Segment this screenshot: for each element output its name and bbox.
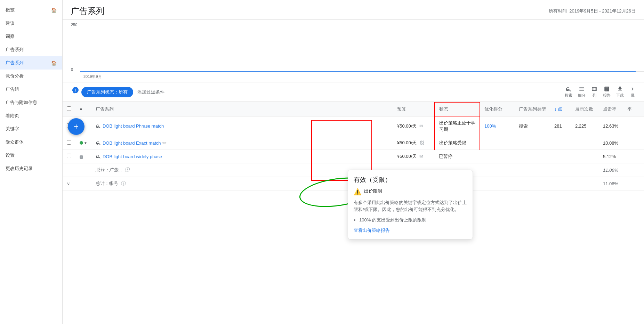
sidebar-item-adgroups[interactable]: 广告组: [0, 83, 62, 96]
sidebar-item-history[interactable]: 更改历史记录: [0, 162, 62, 175]
row3-campaign-cell: DOB light board widely phase: [91, 150, 393, 163]
row3-campaign-link[interactable]: DOB light board widely phase: [103, 154, 162, 159]
col-header-checkbox: [63, 102, 75, 116]
row1-type: 搜索: [519, 123, 528, 129]
row2-ctr-cell: 10.08%: [599, 136, 623, 150]
row2-checkbox[interactable]: [67, 140, 71, 145]
row1-state: 出价策略正处于学习期: [439, 120, 475, 132]
table-row: ▼ DOB light board Exact match ✏ ¥50.00/天…: [63, 136, 644, 150]
row1-campaign-link[interactable]: DOB light board Phrase match: [103, 123, 164, 129]
row2-state-cell: 出价策略受限: [435, 136, 480, 150]
magnify-icon: [96, 123, 101, 129]
popup-list: 100% 的支出受到出价上限的限制: [359, 217, 467, 223]
account-expand: ∨: [63, 177, 75, 191]
row3-checkbox[interactable]: [67, 154, 71, 158]
sidebar-item-landing[interactable]: 着陆页: [0, 109, 62, 122]
row1-campaign-cell: DOB light board Phrase match: [91, 116, 393, 136]
sidebar-item-label: 概览: [6, 7, 15, 13]
chart-y-zero: 0: [71, 67, 73, 72]
row1-avg-cell: [623, 116, 644, 136]
row2-campaign-wrapper: DOB light board Exact match ✏: [96, 140, 389, 146]
row2-campaign-link[interactable]: DOB light board Exact match: [103, 140, 161, 146]
home-icon-active: 🏠: [51, 60, 57, 66]
segment-toolbar-button[interactable]: 细分: [578, 86, 586, 98]
row1-state-cell: 出价策略正处于学习期: [435, 116, 480, 136]
total-info-icon[interactable]: ⓘ: [124, 167, 129, 172]
report-toolbar-button[interactable]: 报告: [603, 86, 611, 98]
row3-clicks-cell: [550, 150, 571, 163]
sidebar-item-auction[interactable]: 竞价分析: [0, 70, 62, 83]
popup-title: 有效（受限）: [354, 176, 467, 184]
sidebar-item-label: 更改历史记录: [6, 165, 33, 172]
row1-impressions: 2,225: [575, 123, 587, 129]
row3-status-dot: ⏸: [80, 155, 83, 159]
row3-budget: ¥50.00/天: [397, 154, 417, 159]
sidebar-item-insights[interactable]: 词察: [0, 30, 62, 43]
sidebar-item-label: 广告系列: [6, 60, 24, 66]
row1-ctr-cell: 12.63%: [599, 116, 623, 136]
status-filter-button[interactable]: 广告系列状态：所有: [81, 87, 133, 97]
search-label: 搜索: [565, 93, 572, 98]
account-score: [480, 177, 515, 191]
select-all-checkbox[interactable]: [67, 106, 71, 111]
col-header-score[interactable]: 优化得分: [480, 102, 515, 116]
col-header-impressions[interactable]: 展示次数: [571, 102, 599, 116]
col-header-avg[interactable]: 平: [623, 102, 644, 116]
sidebar-item-keywords[interactable]: 关键字: [0, 122, 62, 136]
row2-campaign-cell: DOB light board Exact match ✏: [91, 136, 393, 150]
col-header-ctr[interactable]: 点击率: [599, 102, 623, 116]
row3-campaign-wrapper: DOB light board widely phase: [96, 154, 389, 159]
popup-description: 有多个采用此出价策略的关键字或定位方式达到了出价上限和/或下限。因此，您的出价可…: [354, 199, 467, 213]
sidebar-item-ads[interactable]: 广告与附加信息: [0, 96, 62, 109]
row3-budget-icon: ✉: [419, 154, 423, 159]
download-label: 下载: [616, 93, 624, 98]
columns-label: 列: [593, 93, 596, 98]
header-top: 广告系列 所有时间 2019年9月5日 - 2021年12月26日: [71, 6, 636, 17]
tooltip-popup: 有效（受限） ⚠️ 出价限制 有多个采用此出价策略的关键字或定位方式达到了出价上…: [348, 170, 473, 240]
sidebar-item-campaigns-parent[interactable]: 广告系列: [0, 43, 62, 56]
row3-ctr-cell: 5.12%: [599, 150, 623, 163]
row2-score-cell: [480, 136, 515, 150]
sidebar-item-label: 广告系列: [6, 47, 24, 53]
toolbar-right: 搜索 细分 列 报告 下载 属: [565, 86, 636, 98]
sidebar-item-settings[interactable]: 设置: [0, 149, 62, 162]
row3-impressions-cell: [571, 150, 599, 163]
row2-budget-cell: ¥50.00/天 🖼: [393, 136, 435, 150]
col-header-type[interactable]: 广告系列类型: [515, 102, 550, 116]
chart-y-max: 250: [71, 23, 77, 27]
col-header-budget[interactable]: 预算: [393, 102, 435, 116]
popup-warning: ⚠️ 出价限制: [354, 188, 467, 196]
row2-edit-icon[interactable]: ✏: [162, 140, 167, 146]
search-toolbar-button[interactable]: 搜索: [565, 86, 572, 98]
row2-status-chevron[interactable]: ▼: [84, 141, 87, 145]
table-header-row: ● 广告系列 预算 状态 优化得分 广告系列类型 ↓ 点 展示次数 点击率 平: [63, 102, 644, 116]
main-content: 广告系列 所有时间 2019年9月5日 - 2021年12月26日 250 0 …: [63, 0, 644, 324]
row1-campaign-wrapper: DOB light board Phrase match: [96, 123, 389, 129]
popup-link[interactable]: 查看出价策略报告: [354, 228, 390, 233]
account-avg: [623, 177, 644, 191]
popup-list-item: 100% 的支出受到出价上限的限制: [359, 217, 467, 223]
row1-score: 100%: [484, 123, 496, 129]
sidebar-item-audiences[interactable]: 受众群体: [0, 136, 62, 149]
col-header-campaign[interactable]: 广告系列: [91, 102, 393, 116]
download-toolbar-button[interactable]: 下载: [616, 86, 624, 98]
columns-toolbar-button[interactable]: 列: [591, 86, 597, 98]
col-header-state[interactable]: 状态: [435, 102, 480, 116]
expand-label: 属: [631, 93, 635, 98]
col-header-clicks[interactable]: ↓ 点: [550, 102, 571, 116]
expand-toolbar-button[interactable]: 属: [629, 86, 636, 98]
account-info-icon[interactable]: ⓘ: [121, 180, 126, 186]
sidebar-item-overview[interactable]: 概览 🏠: [0, 3, 62, 17]
row1-impressions-cell: 2,225: [571, 116, 599, 136]
sidebar-item-campaigns[interactable]: 广告系列 🏠: [0, 56, 62, 70]
fab-add-button[interactable]: +: [68, 118, 84, 135]
table-row: DOB light board Phrase match ¥50.00/天 ✉ …: [63, 116, 644, 136]
date-value: 2019年9月5日 - 2021年12月26日: [569, 8, 636, 14]
sidebar-item-label: 受众群体: [6, 139, 24, 145]
sidebar-item-suggestions[interactable]: 建议: [0, 17, 62, 30]
account-impressions: [571, 177, 599, 191]
warning-icon: ⚠️: [354, 188, 361, 196]
account-chevron[interactable]: ∨: [67, 181, 70, 186]
report-label: 报告: [603, 93, 611, 98]
add-filter-button[interactable]: 添加过滤条件: [137, 89, 164, 95]
